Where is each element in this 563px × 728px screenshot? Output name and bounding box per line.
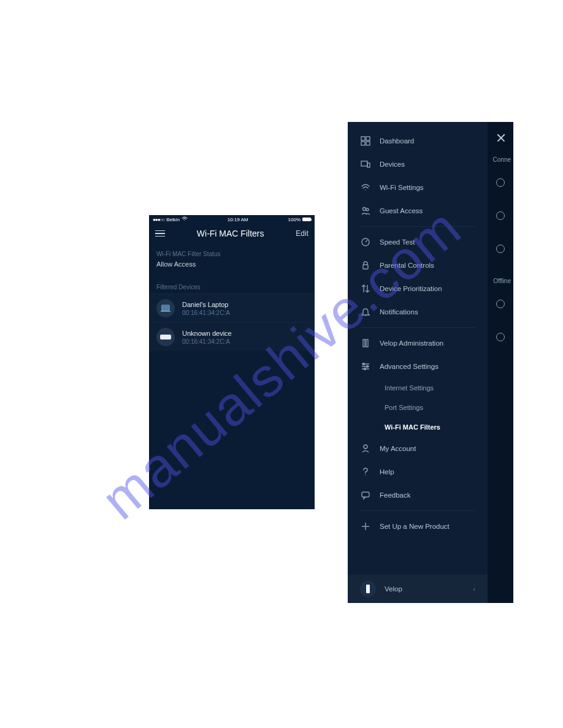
svg-rect-4 [366, 137, 370, 140]
mac-filters-screen: ●●●○○ Belkin 10:19 AM 100% Wi-Fi MAC Fil… [149, 215, 315, 509]
svg-rect-8 [367, 163, 370, 167]
nav-label: Dashboard [380, 137, 414, 145]
nav-label: Internet Settings [385, 384, 434, 392]
status-indicator[interactable] [496, 245, 505, 253]
menu-screen: Dashboard Devices Wi-Fi Settings Guest A… [348, 122, 513, 603]
close-icon[interactable] [496, 133, 506, 143]
admin-icon [360, 338, 371, 349]
speed-icon [360, 237, 371, 248]
nav-item-velop-admin[interactable]: Velop Administration [348, 332, 488, 355]
device-name: Unknown device [182, 330, 232, 337]
nav-label: Parental Controls [380, 262, 434, 269]
laptop-icon [156, 299, 175, 317]
svg-rect-1 [163, 306, 169, 309]
svg-rect-19 [362, 492, 369, 497]
svg-rect-6 [366, 142, 370, 145]
nav-label: Feedback [380, 491, 411, 499]
menu-icon[interactable] [155, 230, 165, 237]
nav-label: Wi-Fi MAC Filters [385, 423, 440, 431]
svg-rect-3 [361, 137, 365, 140]
offline-section-label: Offline [493, 278, 511, 284]
status-indicator[interactable] [496, 333, 505, 341]
svg-rect-13 [363, 339, 365, 347]
nav-subitem-internet-settings[interactable]: Internet Settings [348, 378, 488, 398]
nav-label: Device Prioritization [380, 285, 442, 292]
clock-label: 10:19 AM [228, 217, 248, 222]
device-row[interactable]: Daniel's Laptop 00:16:41:34:2C:A [149, 294, 315, 322]
help-icon [360, 466, 371, 477]
page-title: Wi-Fi MAC Filters [197, 229, 264, 238]
nav-item-feedback[interactable]: Feedback [348, 483, 488, 507]
dashboard-icon [360, 135, 371, 146]
account-icon [360, 443, 371, 454]
carrier-label: Belkin [166, 217, 180, 222]
sliders-icon [360, 361, 371, 372]
plus-icon [360, 521, 371, 532]
priority-icon [360, 283, 371, 294]
nav-item-guest-access[interactable]: Guest Access [348, 199, 488, 222]
feedback-icon [360, 490, 371, 501]
nav-label: Velop Administration [380, 339, 443, 347]
nav-item-advanced-settings[interactable]: Advanced Settings [348, 355, 488, 378]
lock-icon [360, 260, 371, 271]
edit-button[interactable]: Edit [296, 229, 308, 238]
filter-status-label: Wi-Fi MAC Filter Status [149, 243, 315, 260]
nav-label: Advanced Settings [380, 363, 439, 370]
status-indicator[interactable] [496, 178, 505, 187]
nav-bar: Wi-Fi MAC Filters Edit [149, 224, 315, 243]
nav-label: Guest Access [380, 207, 423, 214]
status-indicator[interactable] [496, 211, 505, 220]
divider [360, 327, 475, 328]
svg-rect-12 [363, 265, 368, 269]
connected-section-label: Conne [493, 156, 511, 163]
guest-icon [360, 205, 371, 216]
nav-item-notifications[interactable]: Notifications [348, 300, 488, 324]
filter-status-value[interactable]: Allow Access [149, 260, 315, 276]
svg-point-18 [364, 445, 367, 449]
devices-icon [360, 159, 371, 170]
velop-node-icon [360, 581, 376, 597]
svg-rect-5 [361, 142, 365, 145]
status-indicator[interactable] [496, 300, 505, 308]
status-bar: ●●●○○ Belkin 10:19 AM 100% [149, 215, 315, 224]
divider [360, 510, 475, 511]
nav-label: Speed Test [380, 238, 415, 246]
battery-icon [302, 218, 311, 221]
nav-item-wifi-settings[interactable]: Wi-Fi Settings [348, 176, 488, 199]
nav-label: Velop [385, 585, 464, 593]
bell-icon [360, 306, 371, 317]
nav-footer-velop[interactable]: Velop › [348, 575, 488, 603]
nav-item-setup-new[interactable]: Set Up a New Product [348, 515, 488, 538]
nav-drawer: Dashboard Devices Wi-Fi Settings Guest A… [348, 122, 488, 603]
nav-label: Wi-Fi Settings [380, 184, 424, 191]
battery-pct-label: 100% [288, 217, 301, 222]
nav-item-devices[interactable]: Devices [348, 153, 488, 176]
nav-item-help[interactable]: Help [348, 460, 488, 483]
nav-label: Set Up a New Product [380, 523, 450, 530]
device-name: Daniel's Laptop [182, 301, 230, 308]
nav-item-speed-test[interactable]: Speed Test [348, 230, 488, 254]
chevron-right-icon: › [473, 585, 475, 593]
nav-label: Port Settings [385, 404, 423, 411]
signal-dots-icon: ●●●○○ [153, 217, 164, 222]
wifi-icon [182, 216, 188, 222]
svg-rect-2 [161, 311, 170, 312]
nav-subitem-port-settings[interactable]: Port Settings [348, 398, 488, 417]
nav-item-parental-controls[interactable]: Parental Controls [348, 254, 488, 277]
nav-label: Notifications [380, 308, 418, 316]
filtered-devices-label: Filtered Devices [149, 276, 315, 294]
router-icon [156, 328, 175, 346]
nav-label: Help [380, 468, 394, 476]
background-panel: Conne Offline [488, 122, 513, 603]
nav-subitem-mac-filters[interactable]: Wi-Fi MAC Filters [348, 417, 488, 437]
wifi-icon [360, 182, 371, 193]
svg-point-10 [366, 208, 369, 211]
svg-rect-7 [361, 161, 367, 166]
divider [360, 226, 475, 227]
nav-item-my-account[interactable]: My Account [348, 437, 488, 460]
svg-rect-14 [366, 339, 368, 347]
nav-item-device-prioritization[interactable]: Device Prioritization [348, 277, 488, 300]
device-row[interactable]: Unknown device 00:16:41:34:2C:A [149, 322, 315, 351]
device-mac: 00:16:41:34:2C:A [182, 309, 230, 316]
nav-item-dashboard[interactable]: Dashboard [348, 129, 488, 153]
